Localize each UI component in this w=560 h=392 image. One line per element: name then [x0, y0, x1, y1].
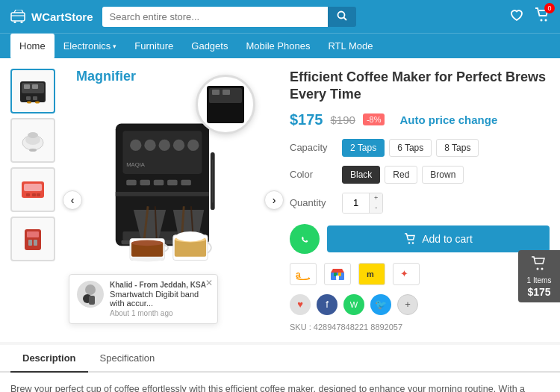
wishlist-button[interactable]: ♥ [290, 294, 311, 315]
yellow-store-icon[interactable]: m [358, 263, 385, 285]
capacity-btn-6taps[interactable]: 6 Taps [389, 139, 432, 157]
price-old: $190 [331, 113, 355, 126]
product-image-area: Magnifier ‹ › [69, 69, 278, 332]
facebook-share-button[interactable]: f [317, 294, 337, 315]
marketplace-row: a m ✦ [290, 263, 550, 285]
notification-close-button[interactable]: ✕ [205, 278, 213, 288]
color-btn-black[interactable]: Black [342, 166, 380, 184]
search-input[interactable] [102, 7, 328, 27]
quantity-increase-button[interactable]: + [370, 193, 382, 203]
svg-point-2 [21, 22, 23, 24]
capacity-btn-8taps[interactable]: 8 Taps [436, 139, 479, 157]
svg-point-14 [35, 102, 40, 104]
magnifier-circle [196, 75, 255, 134]
search-button[interactable] [328, 7, 356, 27]
nav-item-home[interactable]: Home [10, 34, 55, 59]
capacity-row: Capacity 2 Taps 6 Taps 8 Taps [290, 139, 550, 157]
yellow-store-svg: m [364, 267, 380, 281]
nav-item-furniture[interactable]: Furniture [125, 34, 182, 59]
svg-rect-40 [126, 180, 136, 186]
amazon-icon[interactable]: a [290, 263, 317, 285]
svg-rect-27 [34, 240, 37, 246]
svg-rect-73 [336, 276, 339, 280]
tab-specification[interactable]: Specification [88, 345, 167, 373]
nav-item-electronics[interactable]: Electronics ▾ [55, 34, 126, 59]
description-text: Brew your perfect cup of coffee effortle… [10, 382, 550, 392]
svg-point-35 [144, 140, 155, 151]
price-row: $175 $190 -8% Auto price change [290, 111, 550, 128]
svg-point-76 [537, 268, 539, 270]
quantity-label: Quantity [290, 197, 342, 208]
nav-item-rtl-mode[interactable]: RTL Mode [319, 34, 382, 59]
thumbnail-1[interactable] [10, 69, 55, 113]
color-options: Black Red Brown [342, 166, 464, 184]
tab-description[interactable]: Description [10, 345, 88, 373]
svg-rect-25 [27, 231, 39, 237]
cart-float-svg [531, 256, 547, 271]
svg-rect-17 [28, 132, 38, 138]
logo[interactable]: WCartStore [10, 10, 93, 23]
thumbnail-4[interactable] [10, 217, 55, 261]
thumbnail-3[interactable] [10, 167, 55, 212]
notification-product-img [77, 281, 104, 308]
svg-rect-21 [26, 193, 30, 196]
navigation: Home Electronics ▾ Furniture Gadgets Mob… [0, 33, 560, 58]
color-label: Color [290, 169, 342, 180]
svg-rect-43 [167, 180, 177, 186]
magnifier-image [203, 82, 248, 127]
capacity-options: 2 Taps 6 Taps 8 Taps [342, 139, 479, 157]
svg-rect-30 [212, 90, 220, 95]
nav-item-gadgets[interactable]: Gadgets [182, 34, 237, 59]
svg-point-3 [337, 11, 344, 18]
svg-text:MAQIA: MAQIA [126, 161, 146, 168]
svg-rect-65 [89, 296, 95, 305]
quantity-decrease-button[interactable]: - [370, 203, 382, 213]
svg-line-4 [343, 17, 346, 20]
capacity-label: Capacity [290, 142, 342, 153]
cart-action-row: Add to cart [290, 224, 550, 254]
nav-item-mobile-phones[interactable]: Mobile Phones [237, 34, 319, 59]
product-tabs: Description Specification [0, 345, 560, 373]
whatsapp-share-button[interactable]: W [343, 294, 364, 315]
quantity-controls: + - [370, 193, 382, 213]
add-share-button[interactable]: + [397, 294, 418, 315]
svg-point-37 [173, 140, 184, 151]
prev-image-button[interactable]: ‹ [63, 190, 82, 210]
cart-float-button[interactable]: 1 Items $175 [518, 250, 560, 302]
quantity-input[interactable] [343, 193, 370, 213]
wishlist-icon-btn[interactable] [509, 7, 524, 26]
store-svg [329, 267, 346, 281]
product-title: Efficient Coffee Maker for Perfect Brews… [290, 69, 550, 104]
auto-price-label: Auto price change [399, 113, 497, 126]
svg-point-1 [14, 22, 16, 24]
svg-rect-20 [24, 184, 42, 191]
capacity-btn-2taps[interactable]: 2 Taps [342, 139, 385, 157]
whatsapp-button[interactable] [290, 224, 320, 254]
svg-point-67 [408, 242, 411, 244]
store-icon[interactable] [324, 263, 351, 285]
svg-point-34 [130, 140, 141, 151]
next-image-button[interactable]: › [264, 190, 284, 210]
color-btn-red[interactable]: Red [385, 166, 417, 184]
svg-point-13 [27, 102, 31, 104]
add-to-cart-button[interactable]: Add to cart [327, 225, 550, 252]
cart-float-price: $175 [526, 286, 553, 298]
thumbnail-2[interactable] [10, 118, 55, 163]
cart-add-icon [404, 233, 416, 245]
star-icon[interactable]: ✦ [393, 263, 420, 285]
star-svg: ✦ [398, 267, 414, 281]
cart-icon-btn[interactable]: 0 [535, 7, 550, 26]
svg-rect-22 [32, 193, 36, 196]
whatsapp-icon [297, 231, 312, 246]
svg-rect-12 [33, 96, 37, 100]
color-btn-brown[interactable]: Brown [422, 166, 464, 184]
svg-rect-9 [24, 84, 30, 89]
twitter-share-button[interactable]: 🐦 [370, 294, 391, 315]
svg-point-38 [187, 140, 199, 151]
svg-point-59 [176, 231, 205, 241]
thumb-image-4 [14, 220, 52, 258]
discount-badge: -8% [363, 113, 385, 125]
svg-rect-10 [32, 84, 38, 89]
sku-value: 428947848221 8892057 [314, 323, 402, 332]
svg-rect-45 [116, 192, 209, 196]
